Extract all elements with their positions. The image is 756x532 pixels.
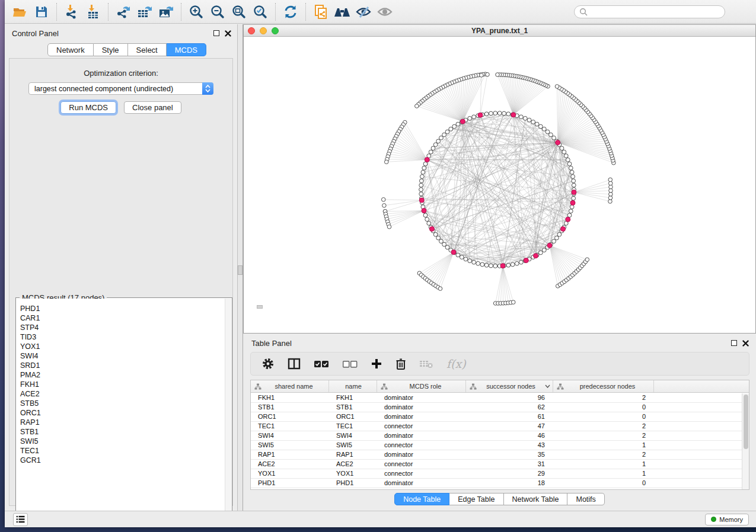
table-row[interactable]: ACE2ACE2connector311 bbox=[251, 460, 742, 469]
table-row[interactable]: RAP1RAP1dominator352 bbox=[251, 450, 742, 460]
leaf-node[interactable] bbox=[608, 181, 613, 185]
ring-node[interactable] bbox=[421, 170, 425, 174]
tab-style[interactable]: Style bbox=[94, 43, 128, 56]
tab-mcds[interactable]: MCDS bbox=[167, 43, 206, 56]
ring-node[interactable] bbox=[489, 264, 493, 268]
ring-node[interactable] bbox=[572, 183, 576, 187]
close-panel-button[interactable]: Close panel bbox=[124, 101, 181, 114]
open-file-icon[interactable] bbox=[9, 2, 31, 21]
splitter-handle[interactable] bbox=[238, 265, 243, 275]
zoom-fit-icon[interactable] bbox=[228, 2, 250, 21]
ring-node[interactable] bbox=[570, 205, 574, 209]
leaf-node[interactable] bbox=[480, 73, 484, 78]
leaf-node[interactable] bbox=[608, 200, 613, 204]
mcds-list-scrollbar[interactable] bbox=[225, 299, 231, 517]
leaf-node[interactable] bbox=[486, 72, 490, 76]
float-table-panel-icon[interactable] bbox=[731, 340, 737, 346]
mcds-hub-node[interactable] bbox=[460, 119, 465, 124]
hide-graphics-details-icon[interactable] bbox=[353, 2, 374, 21]
column-header-mcds-role[interactable]: MCDS role bbox=[377, 380, 466, 392]
ring-node[interactable] bbox=[484, 263, 489, 267]
mcds-result-item[interactable]: TID3 bbox=[17, 332, 225, 342]
ring-node[interactable] bbox=[564, 154, 568, 158]
memory-button[interactable]: Memory bbox=[705, 514, 749, 525]
ring-node[interactable] bbox=[484, 112, 489, 116]
mcds-result-item[interactable]: RAP1 bbox=[17, 418, 225, 427]
ring-node[interactable] bbox=[431, 146, 435, 150]
export-image-icon[interactable] bbox=[155, 2, 177, 21]
column-header-successor-nodes[interactable]: successor nodes bbox=[466, 380, 553, 392]
ring-node[interactable] bbox=[569, 166, 573, 170]
leaf-node[interactable] bbox=[387, 225, 391, 229]
run-mcds-button[interactable]: Run MCDS bbox=[60, 101, 116, 114]
mcds-hub-node[interactable] bbox=[419, 198, 424, 203]
ring-node[interactable] bbox=[542, 248, 546, 252]
ring-node[interactable] bbox=[554, 236, 559, 240]
ring-node[interactable] bbox=[456, 253, 460, 257]
ring-node[interactable] bbox=[439, 136, 444, 140]
ring-node[interactable] bbox=[419, 188, 423, 192]
ring-node[interactable] bbox=[433, 143, 438, 147]
table-row[interactable]: SWI4SWI4dominator462 bbox=[251, 431, 742, 441]
leaf-node[interactable] bbox=[609, 188, 613, 193]
ring-node[interactable] bbox=[468, 116, 472, 120]
refresh-icon[interactable] bbox=[280, 2, 301, 21]
ring-node[interactable] bbox=[515, 261, 519, 265]
show-graphics-details-icon[interactable] bbox=[374, 2, 395, 21]
mcds-hub-node[interactable] bbox=[451, 250, 456, 255]
table-row[interactable]: TEC1TEC1connector472 bbox=[251, 422, 742, 431]
export-network-icon[interactable] bbox=[113, 2, 134, 21]
ring-node[interactable] bbox=[560, 146, 564, 150]
ring-node[interactable] bbox=[436, 236, 441, 240]
leaf-node[interactable] bbox=[555, 85, 559, 89]
mcds-result-list[interactable]: PHD1CAR1STP4TID3YOX1SWI4SRD1PMA2FKH1ACE2… bbox=[17, 299, 225, 517]
leaf-node[interactable] bbox=[609, 185, 613, 189]
mcds-result-item[interactable]: ACE2 bbox=[17, 389, 225, 399]
mcds-result-item[interactable]: PHD1 bbox=[17, 304, 225, 313]
leaf-node[interactable] bbox=[608, 178, 613, 182]
leaf-node[interactable] bbox=[381, 198, 385, 202]
mcds-hub-node[interactable] bbox=[556, 140, 560, 145]
ring-node[interactable] bbox=[567, 162, 572, 166]
ring-node[interactable] bbox=[523, 116, 527, 120]
zoom-out-icon[interactable] bbox=[207, 2, 228, 21]
ring-node[interactable] bbox=[527, 118, 531, 122]
table-row[interactable]: STB1STB1dominator620 bbox=[251, 403, 742, 412]
ring-node[interactable] bbox=[552, 136, 556, 140]
ring-node[interactable] bbox=[419, 179, 423, 183]
leaf-node[interactable] bbox=[511, 300, 515, 305]
mcds-hub-node[interactable] bbox=[570, 200, 575, 205]
ring-node[interactable] bbox=[419, 192, 423, 196]
ring-node[interactable] bbox=[476, 261, 480, 265]
ring-node[interactable] bbox=[449, 127, 453, 131]
mcds-result-item[interactable]: SWI5 bbox=[17, 437, 225, 446]
ring-node[interactable] bbox=[445, 245, 449, 249]
ring-node[interactable] bbox=[506, 112, 511, 116]
mcds-hub-node[interactable] bbox=[534, 254, 538, 258]
mcds-result-item[interactable]: SRD1 bbox=[17, 361, 225, 370]
mcds-hub-node[interactable] bbox=[500, 264, 505, 268]
leaf-node[interactable] bbox=[585, 258, 589, 262]
ring-node[interactable] bbox=[442, 242, 446, 246]
vertical-splitter[interactable] bbox=[237, 24, 243, 511]
mcds-result-item[interactable]: PMA2 bbox=[17, 370, 225, 380]
ring-node[interactable] bbox=[535, 122, 539, 126]
function-builder-icon[interactable]: f(x) bbox=[446, 357, 466, 370]
ring-node[interactable] bbox=[570, 170, 574, 174]
ring-node[interactable] bbox=[567, 213, 572, 217]
save-icon[interactable] bbox=[31, 2, 52, 21]
search-input[interactable] bbox=[591, 8, 720, 16]
float-panel-icon[interactable] bbox=[213, 30, 219, 36]
ring-node[interactable] bbox=[436, 139, 441, 143]
delete-column-icon[interactable] bbox=[395, 358, 406, 370]
mcds-result-item[interactable]: SWI4 bbox=[17, 351, 225, 361]
deselect-all-icon[interactable] bbox=[342, 360, 358, 368]
tab-motifs[interactable]: Motifs bbox=[567, 493, 604, 505]
mcds-hub-node[interactable] bbox=[566, 217, 570, 222]
criterion-dropdown[interactable]: largest connected component (undirected) bbox=[28, 82, 213, 95]
ring-node[interactable] bbox=[493, 264, 497, 268]
ring-node[interactable] bbox=[419, 183, 423, 187]
mcds-result-item[interactable]: YOX1 bbox=[17, 342, 225, 351]
ring-node[interactable] bbox=[569, 209, 573, 213]
mcds-result-item[interactable]: GCR1 bbox=[17, 456, 225, 465]
